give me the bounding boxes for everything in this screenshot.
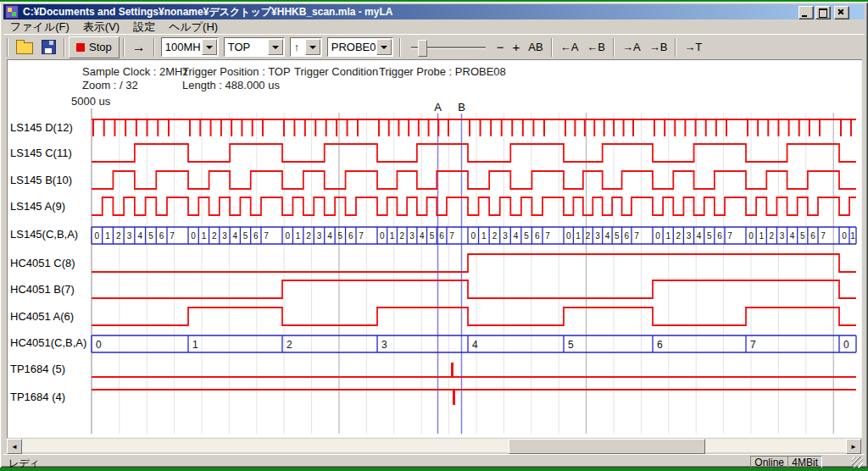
minimize-icon	[802, 15, 807, 17]
clock-combo[interactable]: 100MHz	[161, 37, 219, 57]
trigger-position-dropdown-button[interactable]	[268, 39, 283, 55]
trace-LS145CBA-value: 1	[665, 231, 670, 241]
window-title: C:¥Documents and Settings¥noname¥デスクトップ¥…	[23, 5, 392, 19]
trace-HC4051CBA-value: 1	[192, 339, 198, 351]
trace-LS145CBA-value: 2	[676, 231, 682, 241]
trace-HC4051CBA-value: 5	[568, 339, 574, 351]
trace-LS145A9	[92, 197, 856, 215]
menu-bar: ファイル(F) 表示(V) 設定 ヘルプ(H)	[3, 20, 865, 34]
waveform-area[interactable]: AB01234567012345670123456701234567012345…	[7, 59, 861, 437]
trace-LS145CBA-value: 3	[222, 231, 227, 241]
trace-LS145CBA-value: 4	[233, 231, 238, 241]
trace-LS145CBA-value: 7	[727, 231, 732, 241]
trace-LS145CBA-value: 1	[202, 231, 207, 241]
trace-LS145CBA-value: 3	[127, 231, 132, 241]
scrollbar-thumb[interactable]	[509, 439, 705, 454]
trace-LS145CBA-value: 0	[655, 231, 660, 241]
goto-marker-a-left-button[interactable]: ←A	[556, 37, 583, 58]
application-window: C:¥Documents and Settings¥noname¥デスクトップ¥…	[0, 0, 868, 471]
toolbar: Stop → 100MHz TOP ↑ PROBE00 − + AB ←A	[3, 34, 865, 59]
stop-button[interactable]: Stop	[69, 36, 120, 58]
toolbar-grip	[7, 38, 8, 57]
trace-LS145CBA-value: 6	[535, 231, 540, 241]
trace-LS145CBA-value: 6	[253, 231, 259, 241]
zoom-slider[interactable]	[408, 37, 489, 58]
zoom-slider-thumb[interactable]	[418, 40, 427, 57]
close-button[interactable]	[834, 6, 849, 19]
trace-LS145CBA-value: 0	[471, 231, 476, 241]
trace-LS145CBA-value: 1	[390, 231, 395, 241]
trace-LS145CBA-value: 6	[717, 231, 722, 241]
marker-A-label: A	[434, 101, 442, 114]
trace-LS145CBA-value: 3	[317, 231, 322, 241]
menu-settings[interactable]: 設定	[126, 20, 162, 34]
trace-LS145CBA-value: 6	[810, 231, 815, 241]
zoom-in-button[interactable]: +	[509, 37, 525, 58]
trace-LS145CBA-value: 3	[409, 231, 415, 241]
trace-LS145CBA-value: 1	[296, 231, 301, 241]
save-file-button[interactable]	[37, 37, 60, 58]
trace-LS145CBA-value: 4	[790, 231, 795, 241]
goto-marker-a-right-button[interactable]: →A	[618, 37, 645, 58]
trace-LS145CBA-value: 6	[348, 231, 353, 241]
trigger-edge-value: ↑	[291, 41, 304, 53]
trace-LS145CBA-value: 4	[420, 231, 425, 241]
trace-LS145CBA-value: 5	[707, 231, 712, 241]
trace-HC4051C8	[92, 254, 856, 272]
trace-HC4051B7	[92, 280, 856, 298]
probe-combo[interactable]: PROBE00	[327, 37, 393, 57]
trace-LS145CBA-value: 4	[514, 231, 519, 241]
probe-dropdown-button[interactable]	[376, 39, 392, 55]
title-bar[interactable]: C:¥Documents and Settings¥noname¥デスクトップ¥…	[3, 4, 865, 19]
scroll-left-button[interactable]: ◄	[7, 439, 22, 454]
trace-LS145CBA-value: 0	[285, 231, 290, 241]
trace-LS145CBA-value: 7	[545, 231, 550, 241]
trace-LS145CBA-value: 1	[850, 231, 855, 241]
trace-LS145CBA-value: 1	[105, 231, 110, 241]
trace-LS145CBA-value: 7	[264, 231, 269, 241]
app-icon	[5, 5, 19, 19]
trace-LS145CBA-value: 6	[159, 231, 164, 241]
minimize-button[interactable]	[798, 6, 814, 19]
maximize-icon	[819, 8, 827, 18]
trace-LS145CBA-value: 7	[170, 231, 175, 241]
trace-HC4051CBA-value: 0	[843, 339, 849, 351]
trace-LS145CBA-value: 4	[605, 231, 610, 241]
marker-B-label: B	[458, 101, 465, 114]
maximize-button[interactable]	[815, 6, 831, 19]
trace-LS145CBA-value: 2	[400, 231, 405, 241]
trace-LS145CBA-value: 0	[95, 231, 100, 241]
scroll-right-button[interactable]: ►	[846, 439, 861, 454]
trace-LS145CBA-value: 3	[780, 231, 785, 241]
trigger-edge-combo[interactable]: ↑	[290, 37, 322, 57]
trace-LS145CBA-value: 2	[116, 231, 121, 241]
run-button[interactable]: →	[128, 37, 150, 58]
open-file-button[interactable]	[12, 37, 37, 58]
clock-value: 100MHz	[162, 41, 201, 53]
horizontal-scrollbar[interactable]: ◄ ►	[7, 439, 861, 452]
trigger-edge-dropdown-button[interactable]	[305, 39, 320, 55]
menu-view[interactable]: 表示(V)	[76, 20, 126, 34]
resize-grip[interactable]	[852, 457, 863, 468]
goto-trigger-button[interactable]: →T	[680, 37, 706, 58]
trace-HC4051CBA-value: 7	[750, 339, 756, 351]
trace-LS145CBA-value: 4	[137, 231, 142, 241]
clock-dropdown-button[interactable]	[202, 39, 217, 55]
goto-marker-b-left-button[interactable]: ←B	[582, 37, 609, 58]
trace-LS145CBA-value: 7	[634, 231, 639, 241]
zoom-out-button[interactable]: −	[492, 37, 509, 58]
trace-LS145CBA-value: 2	[306, 231, 311, 241]
menu-help[interactable]: ヘルプ(H)	[162, 20, 225, 34]
trace-LS145CBA-value: 5	[524, 231, 529, 241]
chevron-down-icon	[381, 46, 387, 49]
trigger-position-combo[interactable]: TOP	[224, 37, 285, 57]
menu-file[interactable]: ファイル(F)	[3, 20, 76, 34]
trace-LS145CBA-value: 2	[586, 231, 591, 241]
trace-LS145CBA-value: 3	[687, 231, 692, 241]
trace-LS145CBA-value: 7	[449, 231, 454, 241]
zoom-ab-button[interactable]: AB	[524, 37, 547, 58]
trace-HC4051CBA-value: 6	[657, 339, 663, 351]
open-folder-icon	[16, 42, 33, 54]
goto-marker-b-right-button[interactable]: →B	[645, 37, 672, 58]
trace-HC4051A6	[92, 308, 856, 325]
